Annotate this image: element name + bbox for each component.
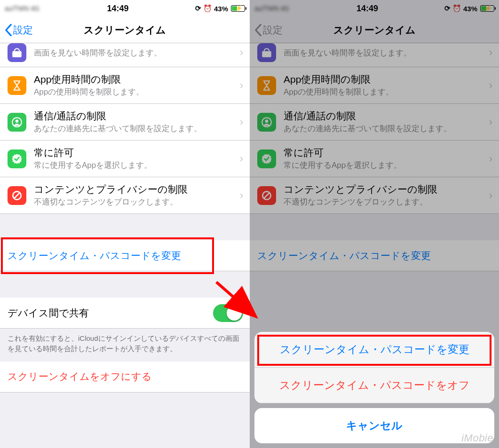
change-passcode-label: スクリーンタイム・パスコードを変更: [8, 249, 243, 262]
back-label: 設定: [13, 24, 33, 37]
nosign-icon: [8, 186, 26, 205]
phone-right: au/TWN 4G 14:49 ⟳ ⏰ 43% ⚡ 設定 スクリーンタイム 画面…: [250, 0, 499, 448]
sheet-turn-off-passcode[interactable]: スクリーンタイム・パスコードをオフ: [254, 368, 494, 403]
row-turn-off[interactable]: スクリーンタイムをオフにする: [0, 362, 250, 393]
svg-point-2: [16, 119, 19, 123]
chevron-right-icon: ›: [240, 153, 243, 165]
svg-rect-0: [12, 51, 22, 57]
row-communication[interactable]: 通信/通話の制限 あなたの連絡先に基づいて制限を設定します。 ›: [0, 104, 250, 141]
status-right: ⟳ ⏰ 43% ⚡: [174, 4, 245, 13]
app-limit-sub: Appの使用時間を制限します。: [34, 87, 236, 98]
chevron-left-icon: [5, 24, 12, 36]
phone-left: au/TWN 4G 14:49 ⟳ ⏰ 43% ⚡ 設定 スクリーンタイム: [0, 0, 250, 448]
share-title: デバイス間で共有: [8, 307, 213, 319]
app-limit-title: App使用時間の制限: [34, 73, 236, 86]
comm-sub: あなたの連絡先に基づいて制限を設定します。: [34, 124, 236, 134]
svg-line-4: [14, 192, 20, 198]
rotation-lock-icon: ⟳: [195, 4, 201, 13]
alarm-icon: ⏰: [203, 4, 212, 13]
row-change-passcode[interactable]: スクリーンタイム・パスコードを変更: [0, 240, 250, 271]
settings-list: 画面を見ない時間帯を設定します。 › App使用時間の制限 Appの使用時間を制…: [0, 43, 250, 448]
page-title: スクリーンタイム: [0, 24, 250, 37]
always-title: 常に許可: [34, 146, 236, 159]
nav-bar: 設定 スクリーンタイム: [0, 17, 250, 43]
chevron-right-icon: ›: [240, 79, 243, 92]
turn-off-label: スクリーンタイムをオフにする: [8, 370, 243, 383]
chevron-right-icon: ›: [240, 116, 243, 128]
watermark: iMobie: [461, 432, 493, 444]
row-always-allowed[interactable]: 常に許可 常に使用するAppを選択します。 ›: [0, 141, 250, 177]
checkmark-seal-icon: [8, 149, 26, 168]
action-sheet: スクリーンタイム・パスコードを変更 スクリーンタイム・パスコードをオフ キャンセ…: [254, 332, 494, 443]
back-button[interactable]: 設定: [5, 24, 33, 37]
row-share-across[interactable]: デバイス間で共有: [0, 298, 250, 329]
battery-pct: 43%: [214, 5, 228, 13]
hourglass-icon: [8, 76, 26, 95]
sheet-cancel[interactable]: キャンセル: [254, 408, 494, 443]
comm-title: 通信/通話の制限: [34, 110, 236, 122]
content-sub: 不適切なコンテンツをブロックします。: [34, 197, 236, 208]
row-app-limits[interactable]: App使用時間の制限 Appの使用時間を制限します。 ›: [0, 67, 250, 104]
share-footnote: これを有効にすると、iCloudにサインインしているデバイスすべての画面を見てい…: [0, 329, 250, 362]
always-sub: 常に使用するAppを選択します。: [34, 160, 236, 171]
share-switch[interactable]: [213, 304, 243, 322]
status-bar: au/TWN 4G 14:49 ⟳ ⏰ 43% ⚡: [0, 0, 250, 17]
status-time: 14:49: [61, 4, 174, 14]
downtime-icon: [8, 43, 26, 62]
content-title: コンテンツとプライバシーの制限: [34, 183, 236, 196]
sheet-change-passcode[interactable]: スクリーンタイム・パスコードを変更: [254, 332, 494, 368]
battery-icon: ⚡: [231, 5, 245, 12]
chevron-right-icon: ›: [240, 47, 243, 59]
carrier-label: au/TWN 4G: [5, 5, 40, 12]
chevron-right-icon: ›: [240, 189, 243, 202]
row-content-privacy[interactable]: コンテンツとプライバシーの制限 不適切なコンテンツをブロックします。 ›: [0, 177, 250, 214]
downtime-sub: 画面を見ない時間帯を設定します。: [34, 48, 236, 59]
person-icon: [8, 113, 26, 132]
row-downtime[interactable]: 画面を見ない時間帯を設定します。 ›: [0, 43, 250, 67]
